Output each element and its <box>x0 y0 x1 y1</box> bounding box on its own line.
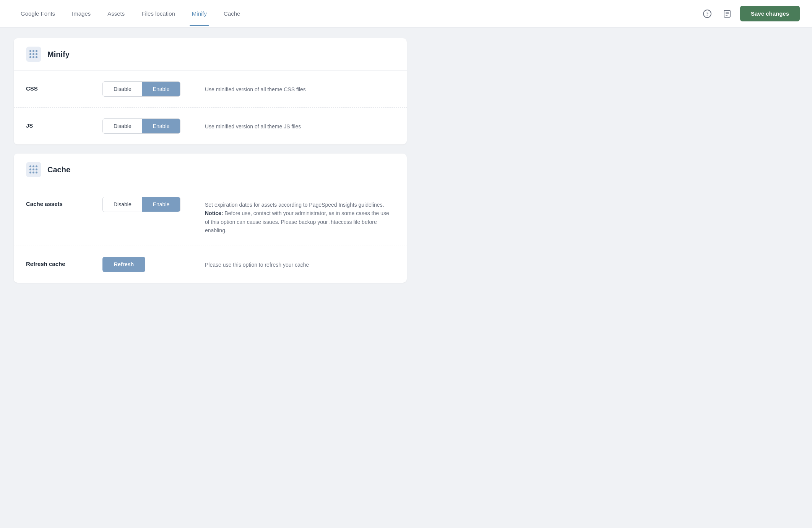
minify-section-header: Minify <box>14 38 407 71</box>
cache-section-icon <box>26 162 41 177</box>
cache-assets-disable-button[interactable]: Disable <box>103 197 142 212</box>
help-button[interactable]: ? <box>700 7 714 21</box>
notes-icon <box>723 10 731 18</box>
nav-tabs: Google Fonts Images Assets Files locatio… <box>12 1 700 26</box>
cache-assets-notice-text: Before use, contact with your administra… <box>205 210 389 233</box>
css-label: CSS <box>26 81 102 92</box>
minify-section-icon <box>26 47 41 62</box>
svg-text:?: ? <box>706 11 709 17</box>
cache-section-header: Cache <box>14 154 407 186</box>
js-enable-button[interactable]: Enable <box>142 119 180 133</box>
cache-assets-description: Set expiration dates for assets accordin… <box>205 197 395 235</box>
css-toggle-group: Disable Enable <box>102 81 180 97</box>
refresh-cache-setting-row: Refresh cache Refresh Please use this op… <box>14 246 407 283</box>
minify-section-title: Minify <box>47 50 70 59</box>
grid-icon <box>29 50 38 58</box>
js-toggle-control: Disable Enable <box>102 118 187 134</box>
css-setting-row: CSS Disable Enable Use minified version … <box>14 71 407 108</box>
nav-actions: ? Save changes <box>700 6 800 21</box>
js-disable-button[interactable]: Disable <box>103 119 142 133</box>
js-setting-row: JS Disable Enable Use minified version o… <box>14 108 407 144</box>
refresh-cache-description: Please use this option to refresh your c… <box>205 257 395 269</box>
js-label: JS <box>26 118 102 129</box>
notes-button[interactable] <box>720 7 734 21</box>
cache-assets-setting-row: Cache assets Disable Enable Set expirati… <box>14 186 407 246</box>
tab-images[interactable]: Images <box>63 1 99 26</box>
cache-section: Cache Cache assets Disable Enable Set ex… <box>14 154 407 283</box>
js-toggle-group: Disable Enable <box>102 118 180 134</box>
refresh-cache-control: Refresh <box>102 257 187 272</box>
cache-assets-enable-button[interactable]: Enable <box>142 197 180 212</box>
tab-files-location[interactable]: Files location <box>133 1 184 26</box>
cache-assets-notice-label: Notice: <box>205 210 223 216</box>
grid-icon-cache <box>29 165 38 174</box>
js-description: Use minified version of all theme JS fil… <box>205 118 395 131</box>
cache-assets-toggle-control: Disable Enable <box>102 197 187 212</box>
tab-minify[interactable]: Minify <box>184 1 215 26</box>
css-description: Use minified version of all theme CSS fi… <box>205 81 395 94</box>
tab-google-fonts[interactable]: Google Fonts <box>12 1 63 26</box>
tab-assets[interactable]: Assets <box>99 1 133 26</box>
refresh-cache-button[interactable]: Refresh <box>102 257 145 272</box>
cache-assets-description-text: Set expiration dates for assets accordin… <box>205 202 384 208</box>
top-navigation: Google Fonts Images Assets Files locatio… <box>0 0 812 28</box>
refresh-cache-label: Refresh cache <box>26 257 102 267</box>
css-disable-button[interactable]: Disable <box>103 82 142 96</box>
main-content: Minify CSS Disable Enable Use minified v… <box>0 28 421 303</box>
css-toggle-control: Disable Enable <box>102 81 187 97</box>
cache-section-title: Cache <box>47 165 70 174</box>
cache-assets-toggle-group: Disable Enable <box>102 197 180 212</box>
css-enable-button[interactable]: Enable <box>142 82 180 96</box>
cache-assets-label: Cache assets <box>26 197 102 207</box>
help-icon: ? <box>703 10 711 18</box>
tab-cache[interactable]: Cache <box>215 1 248 26</box>
minify-section: Minify CSS Disable Enable Use minified v… <box>14 38 407 144</box>
save-changes-button[interactable]: Save changes <box>740 6 800 21</box>
